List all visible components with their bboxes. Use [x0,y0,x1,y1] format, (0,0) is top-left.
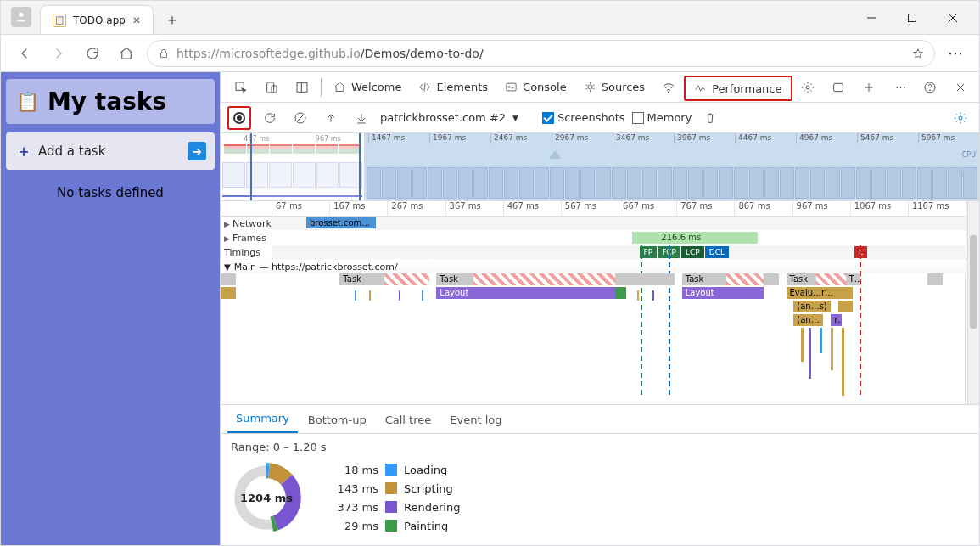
reload-record-button[interactable] [258,106,282,130]
clipboard-icon: 📋 [16,91,39,112]
overview-tick: 3967 ms [674,133,735,144]
legend-row: 143 msScripting [328,479,460,498]
legend-row: 29 msPainting [328,516,460,535]
memory-checkbox[interactable]: Memory [632,111,692,125]
layout-bar[interactable]: Layout [682,287,764,299]
tab-summary[interactable]: Summary [227,405,298,433]
tab-performance[interactable]: Performance [684,76,792,101]
long-task-bar[interactable] [816,273,846,285]
vertical-scrollbar[interactable] [967,201,979,404]
load-profile-up-icon[interactable] [319,106,343,130]
window-maximize-button[interactable] [893,5,932,31]
tab-welcome[interactable]: Welcome [325,72,410,103]
function-bar[interactable]: r… [831,314,842,326]
function-bar[interactable]: (an…s) [793,314,823,326]
layout-bar[interactable]: Layout [436,287,614,299]
timeline-tick: 967 ms [792,201,850,216]
window-close-button[interactable] [933,5,972,31]
nav-home-button[interactable] [113,40,140,67]
task-bar[interactable]: Task [682,273,727,285]
main-thread-header[interactable]: ▼Main — https://patrickbrosset.com/ [221,260,979,273]
evaluate-script-bar[interactable]: Evalu…ript [787,287,838,299]
tab-bottom-up[interactable]: Bottom-up [300,407,375,433]
timeline-tick: 267 ms [387,201,445,216]
function-bar[interactable]: (an…s) [793,301,831,312]
timeline-tick: 867 ms [734,201,792,216]
browser-menu-button[interactable]: ⋯ [942,40,969,67]
task-bar[interactable]: T… [846,273,861,285]
capture-settings-gear-icon[interactable] [949,106,972,130]
save-profile-down-icon[interactable] [350,106,373,130]
dock-side-icon[interactable] [287,72,317,103]
track-label-frames[interactable]: Frames [232,233,266,244]
overview-tick: 5467 ms [857,133,918,144]
timeline-tick: 467 ms [503,201,561,216]
tab-console[interactable]: Console [496,72,575,103]
record-button[interactable] [227,106,251,130]
overview-timeline[interactable]: 467 ms 967 ms 1467 ms1967 ms2467 ms2967 … [221,133,979,201]
overview-tick: 4467 ms [735,133,796,144]
browser-tab-active[interactable]: 📋 TODO app ✕ [40,5,154,34]
inspect-element-icon[interactable] [226,72,256,103]
tab-call-tree[interactable]: Call tree [377,407,440,433]
devtools-close-icon[interactable] [947,72,974,103]
address-bar[interactable]: https://microsoftedge.github.io/Demos/de… [147,40,935,67]
legend-swatch [385,520,397,532]
overview-tick: 5967 ms [918,133,979,144]
timeline-tick: 167 ms [329,201,387,216]
page-title-card: 📋 My tasks [6,79,215,124]
favorite-star-icon[interactable] [912,48,924,59]
range-label: Range: 0 – 1.20 s [221,434,979,460]
devtools-menu-dots-icon[interactable]: ⋯ [888,72,913,103]
add-task-submit-button[interactable]: ➜ [188,142,206,160]
settings-gear-icon[interactable] [792,72,823,103]
long-task-bar[interactable] [384,273,429,285]
track-label-network[interactable]: Network [232,218,272,229]
profile-avatar[interactable] [11,7,31,27]
svg-rect-2 [909,14,916,22]
timeline-tick: 1167 ms [908,201,966,216]
long-task-bar[interactable] [473,273,615,285]
overview-tick: 1467 ms [368,133,429,144]
track-label-timings[interactable]: Timings [224,247,260,258]
more-tabs-plus-icon[interactable] [854,72,884,103]
session-dropdown-caret-icon[interactable]: ▼ [512,114,518,122]
empty-state-text: No tasks defined [6,185,215,200]
help-icon[interactable] [916,72,944,103]
tab-sources[interactable]: Sources [575,72,653,103]
screenshots-checkbox[interactable]: Screenshots [542,111,625,125]
cpu-spike [549,150,561,159]
clear-button[interactable] [288,106,312,130]
window-minimize-button[interactable] [852,5,891,31]
timing-marker-lcp[interactable]: LCP [681,246,704,258]
svg-point-12 [588,85,592,89]
favicon-icon: 📋 [53,14,66,27]
task-bar[interactable]: Task [787,273,816,285]
network-request-bar[interactable]: brosset.com… [306,217,376,228]
new-tab-button[interactable]: ＋ [160,8,184,31]
garbage-collect-icon[interactable] [698,106,722,130]
task-bar[interactable]: Task [436,273,473,285]
tab-elements[interactable]: Elements [410,72,496,103]
detached-window-icon[interactable] [823,72,854,103]
tab-close-icon[interactable]: ✕ [132,14,141,26]
session-dropdown[interactable]: patrickbrosset.com #2 [380,111,506,124]
svg-rect-7 [267,82,274,93]
nav-refresh-button[interactable] [79,40,106,67]
overview-selection-handle[interactable] [250,133,361,200]
nav-forward-button[interactable] [45,40,72,67]
task-bar[interactable]: Task [339,273,384,285]
svg-rect-5 [161,53,167,57]
tab-event-log[interactable]: Event log [441,407,510,433]
nav-back-button[interactable] [11,40,38,67]
frame-bar[interactable]: 216.6 ms [632,232,757,244]
long-task-bar[interactable] [726,273,764,285]
network-conditions-icon[interactable] [653,72,684,103]
timing-marker-dcl[interactable]: DCL [705,246,729,258]
add-task-input[interactable]: ＋ Add a task ➜ [6,132,215,170]
donut-center-label: 1204 ms [231,462,302,533]
svg-point-14 [806,86,809,89]
device-emulation-icon[interactable] [256,72,287,103]
flame-chart[interactable]: Task Task Task Task T… [221,273,966,404]
url-text: https://microsoftedge.github.io/Demos/de… [176,47,484,60]
